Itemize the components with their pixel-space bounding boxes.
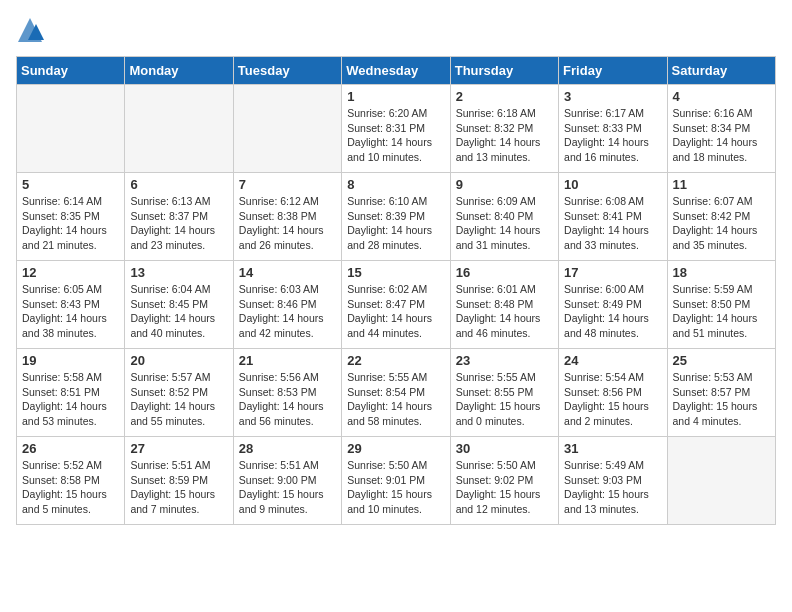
day-header-tuesday: Tuesday bbox=[233, 57, 341, 85]
cell-line: Daylight: 15 hours bbox=[130, 487, 227, 502]
cell-line: and 58 minutes. bbox=[347, 414, 444, 429]
cell-content: Sunrise: 5:56 AMSunset: 8:53 PMDaylight:… bbox=[239, 370, 336, 429]
calendar-table: SundayMondayTuesdayWednesdayThursdayFrid… bbox=[16, 56, 776, 525]
cell-line: and 46 minutes. bbox=[456, 326, 553, 341]
cell-line: Sunset: 9:01 PM bbox=[347, 473, 444, 488]
cell-line: and 18 minutes. bbox=[673, 150, 770, 165]
cell-line: Sunrise: 5:51 AM bbox=[130, 458, 227, 473]
calendar-cell: 26Sunrise: 5:52 AMSunset: 8:58 PMDayligh… bbox=[17, 437, 125, 525]
calendar-cell: 8Sunrise: 6:10 AMSunset: 8:39 PMDaylight… bbox=[342, 173, 450, 261]
calendar-cell: 11Sunrise: 6:07 AMSunset: 8:42 PMDayligh… bbox=[667, 173, 775, 261]
calendar-cell: 23Sunrise: 5:55 AMSunset: 8:55 PMDayligh… bbox=[450, 349, 558, 437]
day-number: 30 bbox=[456, 441, 553, 456]
cell-line: and 5 minutes. bbox=[22, 502, 119, 517]
cell-line: and 56 minutes. bbox=[239, 414, 336, 429]
cell-content: Sunrise: 5:51 AMSunset: 9:00 PMDaylight:… bbox=[239, 458, 336, 517]
cell-content: Sunrise: 5:53 AMSunset: 8:57 PMDaylight:… bbox=[673, 370, 770, 429]
cell-line: Sunset: 8:59 PM bbox=[130, 473, 227, 488]
cell-content: Sunrise: 6:04 AMSunset: 8:45 PMDaylight:… bbox=[130, 282, 227, 341]
cell-line: and 16 minutes. bbox=[564, 150, 661, 165]
day-number: 4 bbox=[673, 89, 770, 104]
cell-line: Sunrise: 6:07 AM bbox=[673, 194, 770, 209]
cell-line: Sunset: 8:40 PM bbox=[456, 209, 553, 224]
cell-line: and 7 minutes. bbox=[130, 502, 227, 517]
cell-line: Daylight: 14 hours bbox=[673, 223, 770, 238]
cell-line: Sunset: 8:42 PM bbox=[673, 209, 770, 224]
day-number: 20 bbox=[130, 353, 227, 368]
calendar-cell: 7Sunrise: 6:12 AMSunset: 8:38 PMDaylight… bbox=[233, 173, 341, 261]
day-number: 10 bbox=[564, 177, 661, 192]
day-number: 15 bbox=[347, 265, 444, 280]
page-header bbox=[16, 16, 776, 44]
cell-line: Sunset: 8:49 PM bbox=[564, 297, 661, 312]
cell-content: Sunrise: 6:08 AMSunset: 8:41 PMDaylight:… bbox=[564, 194, 661, 253]
cell-line: Sunrise: 6:20 AM bbox=[347, 106, 444, 121]
cell-line: and 42 minutes. bbox=[239, 326, 336, 341]
cell-line: Sunset: 8:50 PM bbox=[673, 297, 770, 312]
cell-content: Sunrise: 6:14 AMSunset: 8:35 PMDaylight:… bbox=[22, 194, 119, 253]
cell-line: and 10 minutes. bbox=[347, 502, 444, 517]
calendar-cell: 2Sunrise: 6:18 AMSunset: 8:32 PMDaylight… bbox=[450, 85, 558, 173]
cell-line: Daylight: 15 hours bbox=[456, 487, 553, 502]
calendar-cell bbox=[125, 85, 233, 173]
cell-content: Sunrise: 6:13 AMSunset: 8:37 PMDaylight:… bbox=[130, 194, 227, 253]
cell-content: Sunrise: 6:05 AMSunset: 8:43 PMDaylight:… bbox=[22, 282, 119, 341]
cell-line: and 9 minutes. bbox=[239, 502, 336, 517]
day-number: 11 bbox=[673, 177, 770, 192]
day-header-saturday: Saturday bbox=[667, 57, 775, 85]
day-number: 24 bbox=[564, 353, 661, 368]
calendar-cell: 20Sunrise: 5:57 AMSunset: 8:52 PMDayligh… bbox=[125, 349, 233, 437]
cell-line: Sunrise: 5:50 AM bbox=[347, 458, 444, 473]
cell-line: Sunset: 9:00 PM bbox=[239, 473, 336, 488]
cell-line: Sunrise: 5:56 AM bbox=[239, 370, 336, 385]
cell-line: Daylight: 14 hours bbox=[239, 399, 336, 414]
cell-line: Daylight: 14 hours bbox=[456, 223, 553, 238]
cell-content: Sunrise: 6:12 AMSunset: 8:38 PMDaylight:… bbox=[239, 194, 336, 253]
cell-content: Sunrise: 5:59 AMSunset: 8:50 PMDaylight:… bbox=[673, 282, 770, 341]
calendar-cell: 6Sunrise: 6:13 AMSunset: 8:37 PMDaylight… bbox=[125, 173, 233, 261]
day-header-sunday: Sunday bbox=[17, 57, 125, 85]
calendar-week-row: 5Sunrise: 6:14 AMSunset: 8:35 PMDaylight… bbox=[17, 173, 776, 261]
cell-line: Sunrise: 6:18 AM bbox=[456, 106, 553, 121]
cell-line: Daylight: 14 hours bbox=[239, 223, 336, 238]
cell-line: Daylight: 14 hours bbox=[347, 311, 444, 326]
cell-content: Sunrise: 6:03 AMSunset: 8:46 PMDaylight:… bbox=[239, 282, 336, 341]
calendar-cell: 27Sunrise: 5:51 AMSunset: 8:59 PMDayligh… bbox=[125, 437, 233, 525]
cell-line: Sunset: 8:33 PM bbox=[564, 121, 661, 136]
cell-line: Sunset: 8:41 PM bbox=[564, 209, 661, 224]
calendar-header-row: SundayMondayTuesdayWednesdayThursdayFrid… bbox=[17, 57, 776, 85]
day-number: 7 bbox=[239, 177, 336, 192]
day-number: 3 bbox=[564, 89, 661, 104]
day-number: 31 bbox=[564, 441, 661, 456]
calendar-cell: 19Sunrise: 5:58 AMSunset: 8:51 PMDayligh… bbox=[17, 349, 125, 437]
cell-line: Sunrise: 6:08 AM bbox=[564, 194, 661, 209]
calendar-cell: 1Sunrise: 6:20 AMSunset: 8:31 PMDaylight… bbox=[342, 85, 450, 173]
cell-line: Sunset: 8:54 PM bbox=[347, 385, 444, 400]
day-header-monday: Monday bbox=[125, 57, 233, 85]
cell-line: Daylight: 14 hours bbox=[564, 223, 661, 238]
calendar-cell bbox=[233, 85, 341, 173]
cell-line: Sunrise: 5:49 AM bbox=[564, 458, 661, 473]
cell-line: and 21 minutes. bbox=[22, 238, 119, 253]
cell-line: Sunset: 9:03 PM bbox=[564, 473, 661, 488]
cell-line: Sunrise: 5:59 AM bbox=[673, 282, 770, 297]
cell-line: and 28 minutes. bbox=[347, 238, 444, 253]
cell-line: and 13 minutes. bbox=[564, 502, 661, 517]
cell-content: Sunrise: 6:18 AMSunset: 8:32 PMDaylight:… bbox=[456, 106, 553, 165]
cell-line: and 44 minutes. bbox=[347, 326, 444, 341]
cell-line: and 53 minutes. bbox=[22, 414, 119, 429]
cell-line: Sunset: 8:38 PM bbox=[239, 209, 336, 224]
cell-line: and 38 minutes. bbox=[22, 326, 119, 341]
cell-line: Sunrise: 6:16 AM bbox=[673, 106, 770, 121]
cell-content: Sunrise: 6:09 AMSunset: 8:40 PMDaylight:… bbox=[456, 194, 553, 253]
cell-line: Sunset: 8:39 PM bbox=[347, 209, 444, 224]
cell-line: Sunset: 8:46 PM bbox=[239, 297, 336, 312]
cell-line: Daylight: 15 hours bbox=[564, 399, 661, 414]
day-header-thursday: Thursday bbox=[450, 57, 558, 85]
cell-line: Daylight: 14 hours bbox=[22, 311, 119, 326]
logo bbox=[16, 16, 48, 44]
cell-line: Sunrise: 6:14 AM bbox=[22, 194, 119, 209]
day-number: 2 bbox=[456, 89, 553, 104]
cell-line: Sunrise: 6:02 AM bbox=[347, 282, 444, 297]
cell-line: and 40 minutes. bbox=[130, 326, 227, 341]
